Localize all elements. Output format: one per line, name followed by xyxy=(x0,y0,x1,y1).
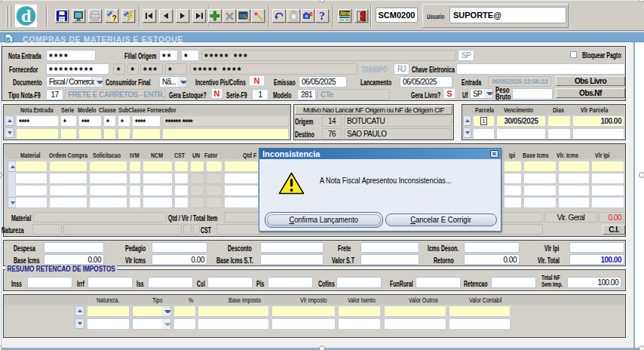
svg-text:d: d xyxy=(21,6,32,26)
svg-text:New: New xyxy=(340,11,351,16)
svg-text:?: ? xyxy=(112,14,116,22)
svg-text:8: 8 xyxy=(309,11,313,17)
